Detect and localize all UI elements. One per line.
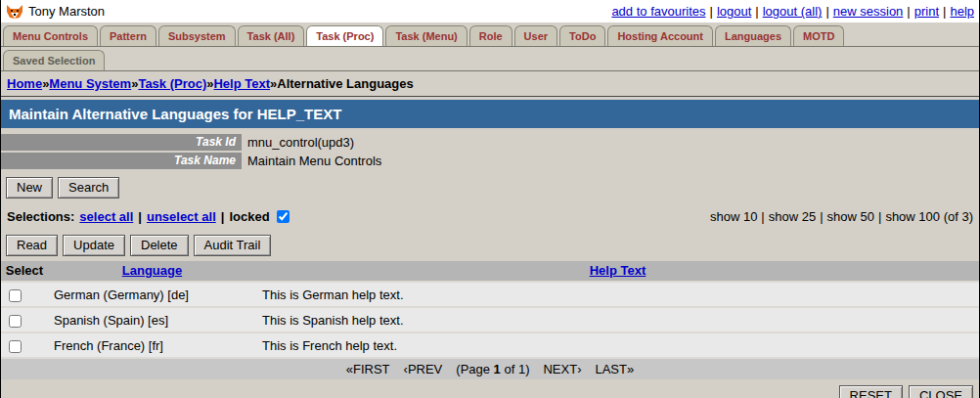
new-button[interactable]: New bbox=[6, 177, 53, 199]
tab-pattern[interactable]: Pattern bbox=[100, 25, 156, 46]
row-select-cell bbox=[1, 282, 48, 307]
row-select-checkbox[interactable] bbox=[9, 315, 22, 328]
link-separator: | bbox=[943, 4, 946, 19]
row-language-cell: Spanish (Spain) [es] bbox=[48, 307, 256, 332]
link-separator: | bbox=[907, 4, 910, 19]
tab-task-all[interactable]: Task (All) bbox=[238, 25, 305, 46]
field-label-task-id: Task Id bbox=[1, 134, 242, 151]
tab-menu-controls[interactable]: Menu Controls bbox=[3, 25, 98, 46]
table-row: French (France) [fr]This is French help … bbox=[1, 332, 979, 358]
header-links: add to favourites|logout|logout (all)|ne… bbox=[611, 4, 974, 19]
show-50-option[interactable]: show 50 bbox=[827, 209, 874, 224]
separator: | bbox=[221, 209, 225, 224]
breadcrumb-current: Alternative Languages bbox=[277, 76, 413, 91]
pagination-last[interactable]: LAST» bbox=[595, 362, 634, 376]
show-options: show 10|show 25|show 50|show 100 (of 3) bbox=[710, 209, 973, 224]
read-button[interactable]: Read bbox=[6, 235, 58, 256]
tab-user[interactable]: User bbox=[514, 25, 557, 46]
reset-button[interactable]: RESET bbox=[839, 385, 903, 398]
tab-subsystem[interactable]: Subsystem bbox=[158, 25, 236, 46]
show-100-option[interactable]: show 100 bbox=[885, 209, 940, 224]
detail-row: Task Idmnu_control(upd3) bbox=[1, 134, 979, 151]
pagination-page-info: (Page 1 of 1) bbox=[456, 362, 529, 376]
header-link-logout[interactable]: logout bbox=[717, 4, 751, 19]
table-header-row: SelectLanguageHelp Text bbox=[1, 261, 979, 282]
link-separator: | bbox=[825, 4, 828, 19]
row-select-cell bbox=[1, 307, 48, 332]
breadcrumb-link-menu-system[interactable]: Menu System bbox=[49, 76, 131, 91]
update-button[interactable]: Update bbox=[63, 235, 125, 256]
audit-trail-button[interactable]: Audit Trail bbox=[194, 235, 272, 256]
field-value-task-name: Maintain Menu Controls bbox=[242, 154, 381, 168]
row-select-checkbox[interactable] bbox=[9, 340, 22, 353]
row-helptext-cell: This is French help text. bbox=[256, 332, 979, 358]
column-header-help-text: Help Text bbox=[256, 261, 979, 282]
row-language-cell: German (Germany) [de] bbox=[48, 282, 256, 307]
toolbar-top: NewSearch bbox=[1, 171, 979, 203]
breadcrumb-link-help-text[interactable]: Help Text bbox=[213, 76, 270, 91]
table-body: German (Germany) [de]This is German help… bbox=[1, 282, 979, 358]
page-container: Tony Marston add to favourites|logout|lo… bbox=[0, 0, 980, 398]
tab-saved-selection[interactable]: Saved Selection bbox=[3, 50, 105, 70]
show-separator: | bbox=[761, 209, 764, 224]
field-label-task-name: Task Name bbox=[1, 153, 242, 169]
locked-label: locked bbox=[229, 209, 269, 224]
detail-rows: Task Idmnu_control(upd3)Task NameMaintai… bbox=[1, 134, 979, 169]
row-helptext-cell: This is Spanish help text. bbox=[256, 307, 979, 332]
locked-checkbox[interactable] bbox=[277, 210, 290, 223]
table-row: German (Germany) [de]This is German help… bbox=[1, 282, 979, 307]
field-value-task-id: mnu_control(upd3) bbox=[242, 135, 354, 150]
header-link-print[interactable]: print bbox=[914, 4, 939, 19]
row-helptext-cell: This is German help text. bbox=[256, 282, 979, 307]
toolbar-actions: ReadUpdateDeleteAudit Trail bbox=[1, 229, 979, 261]
header-link-add-to-favourites[interactable]: add to favourites bbox=[611, 4, 705, 19]
pagination-prev[interactable]: ‹PREV bbox=[404, 362, 443, 376]
tab-languages[interactable]: Languages bbox=[715, 25, 791, 46]
tab-hosting-account[interactable]: Hosting Account bbox=[607, 25, 713, 46]
header-link-new-session[interactable]: new session bbox=[833, 4, 904, 19]
selections-row: Selections: select all | unselect all | … bbox=[1, 203, 979, 229]
link-separator: | bbox=[755, 4, 758, 19]
tab-role[interactable]: Role bbox=[469, 25, 512, 46]
footer-buttons: RESETCLOSE bbox=[1, 379, 979, 398]
link-separator: | bbox=[710, 4, 713, 19]
pagination-next[interactable]: NEXT› bbox=[543, 362, 581, 376]
breadcrumb-link-home[interactable]: Home bbox=[7, 76, 42, 91]
breadcrumb: Home»Menu System»Task (Proc)»Help Text»A… bbox=[1, 71, 979, 97]
pagination-current-page: 1 bbox=[494, 362, 501, 376]
show-25-option[interactable]: show 25 bbox=[769, 209, 816, 224]
sort-link-help-text[interactable]: Help Text bbox=[590, 263, 646, 278]
show-10-option[interactable]: show 10 bbox=[710, 209, 757, 224]
column-header-language: Language bbox=[48, 261, 256, 282]
select-all-link[interactable]: select all bbox=[79, 209, 133, 224]
sort-link-language[interactable]: Language bbox=[122, 263, 182, 278]
table-row: Spanish (Spain) [es]This is Spanish help… bbox=[1, 307, 979, 332]
delete-button[interactable]: Delete bbox=[130, 235, 189, 256]
app-logo-icon bbox=[6, 4, 23, 20]
search-button[interactable]: Search bbox=[58, 177, 119, 199]
selections-label: Selections: bbox=[7, 209, 74, 224]
header-bar: Tony Marston add to favourites|logout|lo… bbox=[1, 0, 979, 22]
user-name: Tony Marston bbox=[28, 4, 105, 19]
pagination-first[interactable]: «FIRST bbox=[346, 362, 390, 376]
separator: | bbox=[138, 209, 142, 224]
tab-row-main: Menu ControlsPatternSubsystemTask (All)T… bbox=[1, 22, 979, 47]
tab-motd[interactable]: MOTD bbox=[793, 25, 844, 46]
header-link-logout-all[interactable]: logout (all) bbox=[763, 4, 823, 19]
column-header-select: Select bbox=[1, 261, 48, 282]
row-select-checkbox[interactable] bbox=[9, 289, 22, 302]
detail-row: Task NameMaintain Menu Controls bbox=[1, 153, 979, 169]
unselect-all-link[interactable]: unselect all bbox=[147, 209, 216, 224]
tab-row-secondary: Saved Selection bbox=[1, 47, 979, 71]
tab-todo[interactable]: ToDo bbox=[559, 25, 605, 46]
record-count: (of 3) bbox=[940, 209, 973, 224]
show-separator: | bbox=[878, 209, 881, 224]
selections-controls: Selections: select all | unselect all | … bbox=[7, 209, 291, 224]
tab-task-proc[interactable]: Task (Proc) bbox=[306, 25, 383, 46]
row-select-cell bbox=[1, 332, 48, 358]
show-separator: | bbox=[820, 209, 823, 224]
header-link-help[interactable]: help bbox=[950, 4, 974, 19]
tab-task-menu[interactable]: Task (Menu) bbox=[385, 25, 467, 46]
close-button[interactable]: CLOSE bbox=[909, 385, 973, 398]
breadcrumb-link-task-proc[interactable]: Task (Proc) bbox=[138, 76, 206, 91]
